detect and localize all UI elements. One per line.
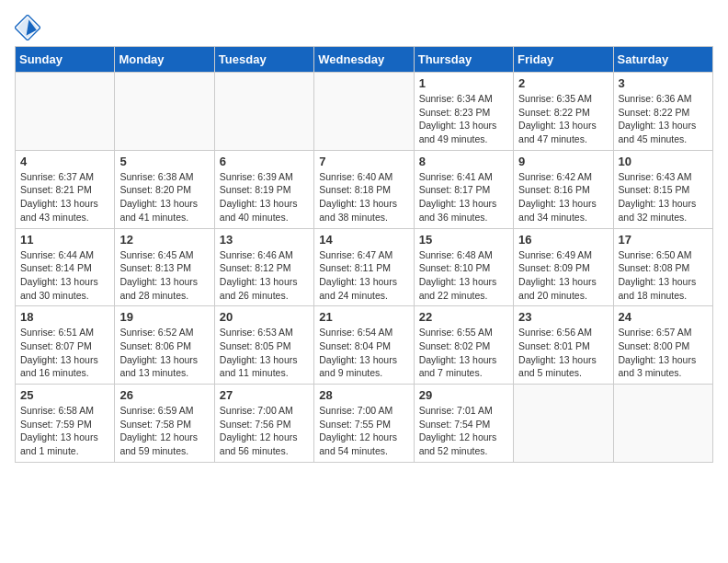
day-number: 15 bbox=[419, 233, 508, 247]
day-number: 14 bbox=[319, 233, 408, 247]
calendar-cell: 1Sunrise: 6:34 AM Sunset: 8:23 PM Daylig… bbox=[414, 73, 513, 151]
calendar-cell: 20Sunrise: 6:53 AM Sunset: 8:05 PM Dayli… bbox=[214, 306, 313, 385]
day-header-sunday: Sunday bbox=[16, 47, 115, 73]
day-number: 3 bbox=[619, 76, 708, 90]
calendar-cell: 29Sunrise: 7:01 AM Sunset: 7:54 PM Dayli… bbox=[414, 385, 513, 463]
day-info: Sunrise: 6:41 AM Sunset: 8:17 PM Dayligh… bbox=[419, 170, 508, 224]
calendar-cell: 6Sunrise: 6:39 AM Sunset: 8:19 PM Daylig… bbox=[214, 150, 313, 228]
day-number: 8 bbox=[419, 155, 508, 168]
calendar-cell bbox=[214, 73, 313, 151]
calendar-cell: 2Sunrise: 6:35 AM Sunset: 8:22 PM Daylig… bbox=[514, 73, 613, 151]
day-number: 10 bbox=[619, 155, 708, 168]
day-info: Sunrise: 6:37 AM Sunset: 8:21 PM Dayligh… bbox=[20, 170, 109, 224]
calendar-cell: 15Sunrise: 6:48 AM Sunset: 8:10 PM Dayli… bbox=[414, 228, 513, 306]
day-info: Sunrise: 7:01 AM Sunset: 7:54 PM Dayligh… bbox=[419, 404, 508, 458]
day-number: 18 bbox=[20, 310, 109, 324]
day-info: Sunrise: 6:51 AM Sunset: 8:07 PM Dayligh… bbox=[20, 326, 109, 380]
day-number: 19 bbox=[119, 310, 209, 324]
day-info: Sunrise: 6:39 AM Sunset: 8:19 PM Dayligh… bbox=[220, 170, 309, 224]
calendar-cell: 5Sunrise: 6:38 AM Sunset: 8:20 PM Daylig… bbox=[115, 150, 214, 228]
day-number: 4 bbox=[20, 155, 109, 168]
day-number: 21 bbox=[319, 310, 408, 324]
page-header bbox=[15, 15, 713, 40]
day-number: 9 bbox=[518, 155, 608, 168]
day-info: Sunrise: 6:44 AM Sunset: 8:14 PM Dayligh… bbox=[20, 248, 109, 303]
day-info: Sunrise: 6:34 AM Sunset: 8:23 PM Dayligh… bbox=[419, 92, 508, 146]
day-info: Sunrise: 6:42 AM Sunset: 8:16 PM Dayligh… bbox=[518, 170, 608, 224]
day-info: Sunrise: 6:57 AM Sunset: 8:00 PM Dayligh… bbox=[619, 326, 708, 380]
day-number: 17 bbox=[619, 233, 708, 247]
day-info: Sunrise: 6:45 AM Sunset: 8:13 PM Dayligh… bbox=[119, 248, 209, 303]
calendar-cell: 23Sunrise: 6:56 AM Sunset: 8:01 PM Dayli… bbox=[514, 306, 613, 385]
day-info: Sunrise: 6:52 AM Sunset: 8:06 PM Dayligh… bbox=[119, 326, 209, 380]
day-info: Sunrise: 7:00 AM Sunset: 7:56 PM Dayligh… bbox=[220, 404, 309, 458]
calendar-week-4: 18Sunrise: 6:51 AM Sunset: 8:07 PM Dayli… bbox=[16, 306, 713, 385]
day-number: 7 bbox=[319, 155, 408, 168]
day-number: 12 bbox=[119, 233, 209, 247]
calendar-table: SundayMondayTuesdayWednesdayThursdayFrid… bbox=[15, 46, 713, 463]
day-number: 23 bbox=[518, 310, 608, 324]
day-info: Sunrise: 6:43 AM Sunset: 8:15 PM Dayligh… bbox=[619, 170, 708, 224]
day-number: 22 bbox=[419, 310, 508, 324]
day-header-wednesday: Wednesday bbox=[314, 47, 414, 73]
day-info: Sunrise: 6:53 AM Sunset: 8:05 PM Dayligh… bbox=[220, 326, 309, 380]
day-info: Sunrise: 6:48 AM Sunset: 8:10 PM Dayligh… bbox=[419, 248, 508, 303]
day-info: Sunrise: 6:50 AM Sunset: 8:08 PM Dayligh… bbox=[619, 248, 708, 303]
calendar-cell: 3Sunrise: 6:36 AM Sunset: 8:22 PM Daylig… bbox=[613, 73, 712, 151]
calendar-cell: 19Sunrise: 6:52 AM Sunset: 8:06 PM Dayli… bbox=[115, 306, 214, 385]
day-number: 13 bbox=[220, 233, 309, 247]
calendar-cell: 11Sunrise: 6:44 AM Sunset: 8:14 PM Dayli… bbox=[16, 228, 115, 306]
calendar-week-5: 25Sunrise: 6:58 AM Sunset: 7:59 PM Dayli… bbox=[16, 385, 713, 463]
calendar-cell: 25Sunrise: 6:58 AM Sunset: 7:59 PM Dayli… bbox=[16, 385, 115, 463]
calendar-week-3: 11Sunrise: 6:44 AM Sunset: 8:14 PM Dayli… bbox=[16, 228, 713, 306]
day-number: 6 bbox=[220, 155, 309, 168]
calendar-cell: 13Sunrise: 6:46 AM Sunset: 8:12 PM Dayli… bbox=[214, 228, 313, 306]
calendar-cell bbox=[514, 385, 613, 463]
logo-icon bbox=[15, 15, 40, 40]
calendar-cell: 17Sunrise: 6:50 AM Sunset: 8:08 PM Dayli… bbox=[613, 228, 712, 306]
day-info: Sunrise: 6:54 AM Sunset: 8:04 PM Dayligh… bbox=[319, 326, 408, 380]
day-info: Sunrise: 7:00 AM Sunset: 7:55 PM Dayligh… bbox=[319, 404, 408, 458]
day-header-saturday: Saturday bbox=[613, 47, 712, 73]
day-number: 27 bbox=[220, 388, 309, 402]
day-number: 26 bbox=[119, 388, 209, 402]
calendar-cell: 27Sunrise: 7:00 AM Sunset: 7:56 PM Dayli… bbox=[214, 385, 313, 463]
day-info: Sunrise: 6:46 AM Sunset: 8:12 PM Dayligh… bbox=[220, 248, 309, 303]
day-info: Sunrise: 6:35 AM Sunset: 8:22 PM Dayligh… bbox=[518, 92, 608, 146]
calendar-cell: 26Sunrise: 6:59 AM Sunset: 7:58 PM Dayli… bbox=[115, 385, 214, 463]
calendar-cell: 21Sunrise: 6:54 AM Sunset: 8:04 PM Dayli… bbox=[314, 306, 414, 385]
calendar-cell bbox=[314, 73, 414, 151]
day-header-tuesday: Tuesday bbox=[214, 47, 313, 73]
calendar-cell bbox=[16, 73, 115, 151]
day-number: 25 bbox=[20, 388, 109, 402]
calendar-cell: 7Sunrise: 6:40 AM Sunset: 8:18 PM Daylig… bbox=[314, 150, 414, 228]
day-number: 16 bbox=[518, 233, 608, 247]
calendar-cell: 14Sunrise: 6:47 AM Sunset: 8:11 PM Dayli… bbox=[314, 228, 414, 306]
calendar-cell: 16Sunrise: 6:49 AM Sunset: 8:09 PM Dayli… bbox=[514, 228, 613, 306]
calendar-cell: 24Sunrise: 6:57 AM Sunset: 8:00 PM Dayli… bbox=[613, 306, 712, 385]
day-number: 5 bbox=[119, 155, 209, 168]
calendar-cell: 18Sunrise: 6:51 AM Sunset: 8:07 PM Dayli… bbox=[16, 306, 115, 385]
day-info: Sunrise: 6:38 AM Sunset: 8:20 PM Dayligh… bbox=[119, 170, 209, 224]
day-info: Sunrise: 6:49 AM Sunset: 8:09 PM Dayligh… bbox=[518, 248, 608, 303]
calendar-cell bbox=[115, 73, 214, 151]
day-header-monday: Monday bbox=[115, 47, 214, 73]
day-number: 20 bbox=[220, 310, 309, 324]
calendar-week-1: 1Sunrise: 6:34 AM Sunset: 8:23 PM Daylig… bbox=[16, 73, 713, 151]
calendar-cell bbox=[613, 385, 712, 463]
day-number: 29 bbox=[419, 388, 508, 402]
day-info: Sunrise: 6:59 AM Sunset: 7:58 PM Dayligh… bbox=[119, 404, 209, 458]
calendar-week-2: 4Sunrise: 6:37 AM Sunset: 8:21 PM Daylig… bbox=[16, 150, 713, 228]
day-number: 24 bbox=[619, 310, 708, 324]
calendar-cell: 28Sunrise: 7:00 AM Sunset: 7:55 PM Dayli… bbox=[314, 385, 414, 463]
day-info: Sunrise: 6:58 AM Sunset: 7:59 PM Dayligh… bbox=[20, 404, 109, 458]
logo bbox=[15, 15, 44, 40]
calendar-cell: 8Sunrise: 6:41 AM Sunset: 8:17 PM Daylig… bbox=[414, 150, 513, 228]
calendar-cell: 10Sunrise: 6:43 AM Sunset: 8:15 PM Dayli… bbox=[613, 150, 712, 228]
day-header-thursday: Thursday bbox=[414, 47, 513, 73]
day-number: 2 bbox=[518, 76, 608, 90]
day-number: 11 bbox=[20, 233, 109, 247]
day-header-friday: Friday bbox=[514, 47, 613, 73]
calendar-cell: 22Sunrise: 6:55 AM Sunset: 8:02 PM Dayli… bbox=[414, 306, 513, 385]
calendar-cell: 9Sunrise: 6:42 AM Sunset: 8:16 PM Daylig… bbox=[514, 150, 613, 228]
